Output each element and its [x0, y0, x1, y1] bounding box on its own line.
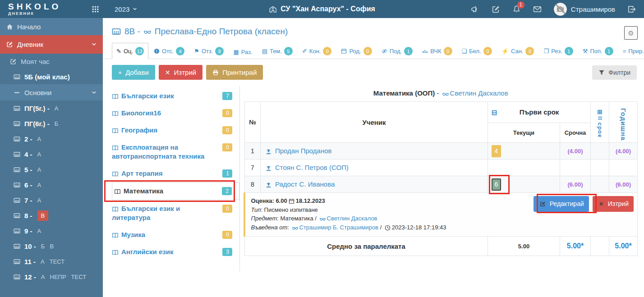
sidebar-item-6[interactable]: ПГ(6г.) -Б [0, 116, 103, 131]
tab-род[interactable]: Род.0 [337, 43, 376, 59]
table-title-teacher-link[interactable]: Светлин Даскалов [450, 89, 508, 97]
sidebar-item-0[interactable]: Начало [0, 18, 103, 35]
sidebar-item-7[interactable]: 2 -А [0, 131, 103, 146]
sidebar-item-suffix: А [37, 166, 41, 173]
grade-badge[interactable]: 4 [492, 145, 501, 157]
current-grades-cell[interactable]: 4 [488, 143, 560, 160]
sidebar-item-4[interactable]: Основни [0, 84, 103, 101]
messages-icon[interactable] [533, 5, 542, 14]
grade-badge[interactable]: 6 [492, 178, 501, 191]
home-icon [6, 23, 13, 30]
sidebar-item-15[interactable]: 11 -АТЕСТ [0, 254, 103, 269]
logo[interactable]: SHKOLO ДНЕВНИК [8, 2, 92, 16]
award-icon: ⚑ [194, 48, 199, 54]
announcements-icon[interactable] [471, 5, 479, 14]
sidebar-item-suffix: А [55, 105, 59, 112]
sidebar-item-label: 11 - [24, 258, 36, 265]
delete-grade-button[interactable]: ✕ Изтрий [593, 196, 634, 212]
tab-оц[interactable]: ✎Оц.13 [112, 43, 148, 59]
tab-count-badge: 1 [565, 47, 573, 55]
page-title-class: 8В - [124, 27, 140, 37]
term2-cell [591, 143, 609, 160]
book-icon [112, 145, 119, 151]
subject-item-8[interactable]: Английски език3 [112, 243, 239, 260]
expand-icon[interactable]: ⊞ [597, 109, 603, 115]
detail-entered-sep: : [287, 224, 290, 231]
sidebar-item-12[interactable]: 8 -В [0, 208, 103, 223]
sidebar-item-16[interactable]: 12 -АНЕПРТЕСТ [0, 269, 103, 284]
delete-label: Изтрий [174, 69, 197, 76]
print-button[interactable]: Принтирай [206, 65, 263, 80]
class-icon [14, 166, 20, 173]
detail-subject-teacher-link[interactable]: Светлин Даскалов [327, 215, 377, 222]
edit-grade-button[interactable]: Редактирай [534, 196, 589, 212]
sidebar-item-3[interactable]: 5Б (мой клас) [0, 69, 103, 84]
notifications-bell[interactable]: 1 [512, 5, 521, 14]
sidebar-item-9[interactable]: 5 -А [0, 162, 103, 177]
subject-item-1[interactable]: Биология160 [112, 105, 239, 122]
year-dropdown[interactable]: 2023 [115, 5, 137, 13]
sidebar-item-1[interactable]: Дневник [0, 35, 103, 54]
tab-раз[interactable]: ▦Раз. [229, 45, 256, 59]
subject-item-3[interactable]: Експлоатация на автотранспортната техник… [112, 139, 239, 165]
tab-вчк[interactable]: ВЧК0 [418, 43, 456, 59]
sidebar-item-13[interactable]: 9 -А [0, 223, 103, 238]
current-grades-cell[interactable] [488, 160, 560, 176]
add-button[interactable]: + Добави [112, 65, 155, 80]
print-label: Принтирай [222, 69, 257, 76]
clock-icon [385, 225, 391, 231]
edit-square-icon [10, 58, 17, 65]
tab-бел[interactable]: ❏Бел.0 [458, 43, 496, 59]
gear-icon: ⚙ [628, 30, 634, 37]
sidebar-item-2[interactable]: Моят час [0, 54, 103, 69]
settings-gear-button[interactable]: ⚙ [624, 26, 638, 40]
sidebar-item-label: 6 - [24, 181, 32, 189]
subject-count-badge: 2 [222, 187, 232, 195]
delete-button[interactable]: ✕ Изтрий [159, 65, 202, 80]
compose-icon[interactable] [492, 5, 500, 14]
class-icon [112, 27, 121, 36]
tab-прир[interactable]: =Прир.0 [619, 43, 644, 59]
tab-label: Кон. [309, 48, 321, 55]
student-link[interactable]: Стоян С. Петров (СОП) [275, 164, 349, 171]
class-icon [14, 243, 20, 250]
tab-отз[interactable]: ⚑Отз.8 [190, 43, 228, 59]
sidebar-item-5[interactable]: ПГ(5г.) -А [0, 101, 103, 116]
tab-поп[interactable]: ⚒Поп.1 [579, 43, 617, 59]
student-link[interactable]: Радост С. Иванова [275, 180, 335, 188]
subject-item-5[interactable]: Математика2 [112, 182, 239, 200]
sidebar-item-10[interactable]: 6 -А [0, 177, 103, 192]
subject-label: Арт терапия [121, 169, 163, 177]
subject-item-2[interactable]: География0 [112, 122, 239, 139]
detail-entered-teacher-link[interactable]: Страшимир Б. Страшимиров [299, 224, 378, 231]
tab-label: Раз. [241, 49, 253, 55]
sidebar-item-11[interactable]: 7 -А [0, 192, 103, 208]
subject-item-4[interactable]: Арт терапия1 [112, 165, 239, 182]
sidebar-item-14[interactable]: 10 -БВ [0, 238, 103, 254]
sidebar-item-8[interactable]: 4 -А [0, 146, 103, 162]
sidebar-item-suffix: А [37, 197, 41, 204]
glasses-icon [292, 225, 298, 231]
student-icon [265, 165, 272, 172]
chevron-down-icon [92, 90, 97, 95]
logout-icon[interactable] [627, 5, 636, 14]
collapse-icon[interactable]: ⊟ [492, 109, 497, 115]
tab-тем[interactable]: ▤Тем.5 [258, 43, 297, 59]
tab-отс[interactable]: Отс.4 [150, 43, 189, 59]
subject-item-0[interactable]: Български език7 [112, 87, 239, 105]
user-menu[interactable]: Страшимиров [554, 3, 615, 16]
tab-рез[interactable]: ❐Рез.1 [539, 43, 577, 59]
student-link[interactable]: Продан Проданов [275, 147, 332, 155]
subject-item-7[interactable]: Музика0 [112, 226, 239, 243]
tab-сан[interactable]: ⚡Сан.0 [497, 43, 538, 59]
edit-square-icon [6, 41, 13, 48]
tab-кон[interactable]: ✐Кон.0 [298, 43, 336, 59]
current-grades-cell[interactable]: 6 [488, 176, 560, 193]
apps-grid-icon[interactable] [92, 5, 99, 13]
subject-item-6[interactable]: Български език и литература0 [112, 200, 239, 226]
user-name: Страшимиров [571, 5, 615, 13]
tab-count-badge: 0 [483, 47, 492, 55]
subject-count-badge: 7 [222, 92, 232, 100]
filters-button[interactable]: Филтри [592, 65, 637, 80]
tab-под[interactable]: Под.1 [377, 43, 417, 59]
